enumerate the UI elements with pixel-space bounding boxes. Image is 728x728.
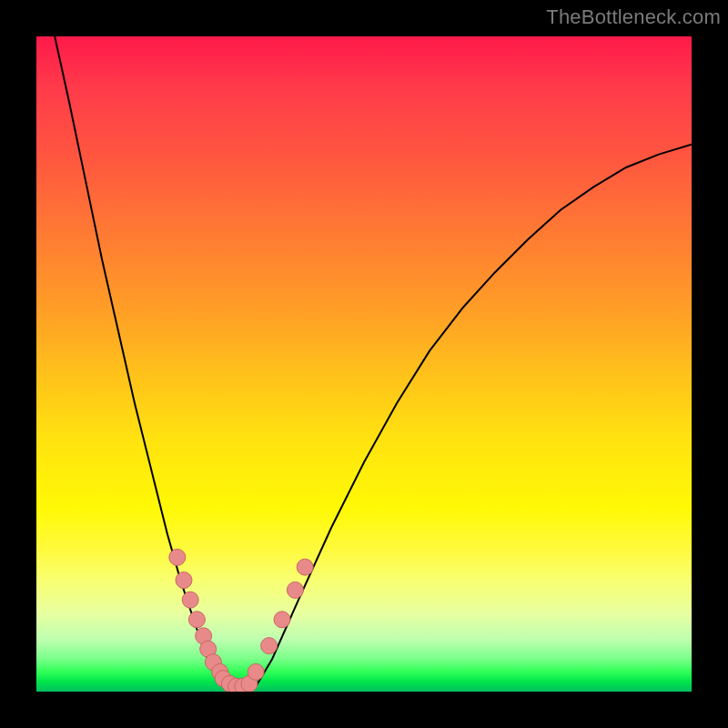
plot-background-gradient [36, 36, 692, 692]
brand-watermark: TheBottleneck.com [546, 5, 721, 29]
chart-frame: TheBottleneck.com [0, 0, 728, 728]
